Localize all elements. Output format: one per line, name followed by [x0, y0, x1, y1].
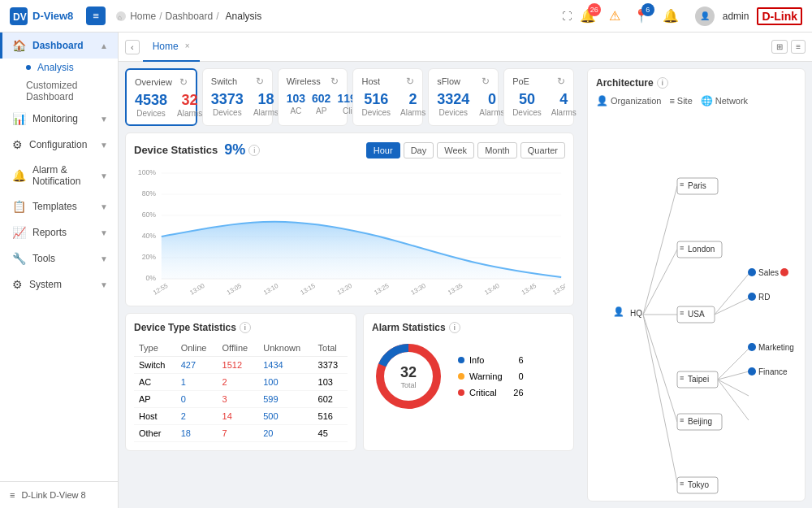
tab-nav-prev[interactable]: ‹	[125, 40, 140, 54]
legend-warning-label: Warning	[469, 371, 503, 381]
svg-text:London: London	[688, 245, 715, 254]
info-dot	[458, 357, 464, 363]
tab-list-button[interactable]: ≡	[791, 40, 806, 54]
sidebar-sub-analysis[interactable]: Analysis	[0, 59, 118, 76]
finance-node[interactable]: Finance	[748, 367, 788, 376]
sidebar-item-alarm[interactable]: 🔔 Alarm & Notification ▼	[0, 158, 118, 193]
device-type-info-icon[interactable]: i	[240, 322, 251, 333]
paris-node[interactable]: ≡ Paris	[677, 178, 718, 194]
breadcrumb-dashboard[interactable]: Dashboard	[165, 11, 213, 22]
switch-alarms-num: 18	[253, 92, 279, 106]
logo-icon: DV	[10, 7, 28, 25]
system-icon: ⚙	[12, 278, 23, 291]
arch-info-icon[interactable]: i	[657, 77, 668, 89]
usa-node[interactable]: ≡ USA	[677, 306, 715, 323]
sidebar-item-tools[interactable]: 🔧 Tools ▼	[0, 245, 118, 271]
sidebar-item-templates[interactable]: 📋 Templates ▼	[0, 193, 118, 219]
monitoring-icon: 📊	[12, 112, 26, 125]
notification-count-3: 6	[641, 3, 654, 16]
filter-hour[interactable]: Hour	[366, 142, 400, 158]
sidebar-item-system[interactable]: ⚙ System ▼	[0, 271, 118, 297]
wireless-refresh-icon[interactable]: ↻	[330, 76, 339, 87]
alarm-icon: 🔔	[12, 169, 26, 182]
tab-grid-button[interactable]: ⊞	[771, 40, 788, 54]
bottom-row: Device Type Statistics i Type Online Off…	[125, 313, 574, 451]
alarm-info-icon[interactable]: i	[449, 322, 460, 333]
chart-info-icon[interactable]: i	[248, 145, 260, 156]
legend-critical-label: Critical	[469, 388, 497, 397]
taipei-node[interactable]: ≡ Taipei	[677, 371, 718, 388]
poe-alarms: 4 Alarms	[551, 92, 577, 117]
hq-node[interactable]: 👤 HQ	[613, 306, 642, 318]
notification-count-1: 26	[588, 3, 601, 16]
overview-alarms-label: Alarms	[177, 109, 202, 118]
svg-text:13:25: 13:25	[373, 282, 391, 295]
switch-refresh-icon[interactable]: ↻	[256, 76, 264, 87]
svg-point-67	[748, 343, 756, 351]
device-type-title-text: Device Type Statistics	[134, 322, 236, 333]
dlink-logo: D-Link	[757, 7, 802, 25]
legend-critical-value: 26	[508, 388, 524, 397]
breadcrumb-home[interactable]: Home	[130, 11, 156, 22]
switch-title: Switch	[211, 76, 237, 86]
donut-total-num: 32	[400, 364, 417, 381]
wireless-card: Wireless ↻ 103 AC 602 AP	[278, 68, 348, 126]
rd-node[interactable]: RD	[748, 293, 770, 302]
legend-warning-value: 0	[508, 371, 524, 381]
wireless-title: Wireless	[287, 76, 321, 86]
sidebar-item-dashboard[interactable]: 🏠 Dashboard ▲	[0, 33, 118, 59]
poe-devices: 50 Devices	[512, 92, 542, 117]
host-refresh-icon[interactable]: ↻	[406, 76, 414, 87]
notification-badge-4[interactable]: 🔔	[663, 8, 679, 24]
sales-node[interactable]: Sales	[748, 268, 788, 277]
content-area: ‹ Home × ⊞ ≡ Overview ↻	[119, 33, 812, 508]
notification-badge-3[interactable]: 📍 6	[633, 8, 650, 24]
dashboard-icon: 🏠	[12, 39, 26, 52]
notification-badge-1[interactable]: 🔔 26	[580, 8, 596, 24]
filter-week[interactable]: Week	[437, 142, 474, 158]
app-logo: DV D-View8	[10, 7, 73, 25]
svg-text:HQ: HQ	[630, 309, 642, 318]
sidebar-item-configuration[interactable]: ⚙ Configuration ▼	[0, 132, 118, 158]
templates-icon: 📋	[12, 200, 26, 213]
svg-text:Tokyo: Tokyo	[688, 480, 710, 489]
cell-online: 1	[176, 374, 218, 391]
tab-close-icon[interactable]: ×	[185, 41, 190, 50]
filter-quarter[interactable]: Quarter	[520, 142, 565, 158]
sidebar-item-reports[interactable]: 📈 Reports ▼	[0, 219, 118, 245]
sidebar-footer[interactable]: ≡ D-Link D-View 8	[0, 481, 118, 508]
filter-day[interactable]: Day	[404, 142, 434, 158]
filter-month[interactable]: Month	[477, 142, 517, 158]
marketing-node[interactable]: Marketing	[748, 343, 794, 352]
london-node[interactable]: ≡ London	[677, 241, 722, 258]
notification-badge-2[interactable]: ⚠	[609, 8, 620, 24]
sidebar-sub-customized[interactable]: Customized Dashboard	[0, 76, 118, 106]
app-title: D-View8	[32, 10, 73, 22]
sidebar-label-analysis: Analysis	[37, 62, 74, 73]
cell-unknown: 100	[258, 374, 313, 391]
legend-critical: Critical 26	[458, 388, 524, 397]
svg-text:13:35: 13:35	[447, 282, 464, 295]
beijing-node[interactable]: ≡ Beijing	[677, 414, 722, 430]
sflow-refresh-icon[interactable]: ↻	[482, 76, 490, 87]
configuration-icon: ⚙	[12, 138, 23, 151]
tokyo-node[interactable]: ≡ Tokyo	[677, 477, 718, 493]
cell-offline: 14	[218, 408, 259, 425]
svg-text:100%: 100%	[138, 168, 156, 176]
poe-refresh-icon[interactable]: ↻	[557, 76, 565, 87]
avatar: 👤	[695, 7, 715, 26]
sflow-card-header: sFlow ↻	[437, 76, 490, 87]
sflow-devices-label: Devices	[437, 108, 469, 117]
overview-refresh-icon[interactable]: ↻	[179, 76, 188, 88]
critical-dot	[458, 389, 464, 396]
wireless-ap-num: 602	[312, 92, 330, 105]
svg-text:≡: ≡	[680, 244, 684, 252]
expand-icon[interactable]: ⛶	[562, 11, 572, 22]
menu-toggle-button[interactable]: ≡	[86, 7, 106, 25]
wireless-ac-label: AC	[287, 106, 305, 115]
sidebar-item-monitoring[interactable]: 📊 Monitoring ▼	[0, 106, 118, 132]
col-online: Online	[176, 340, 218, 357]
tab-home[interactable]: Home ×	[143, 33, 200, 62]
donut-center: 32 Total	[400, 364, 417, 389]
arch-title: Architecture i	[596, 77, 797, 89]
